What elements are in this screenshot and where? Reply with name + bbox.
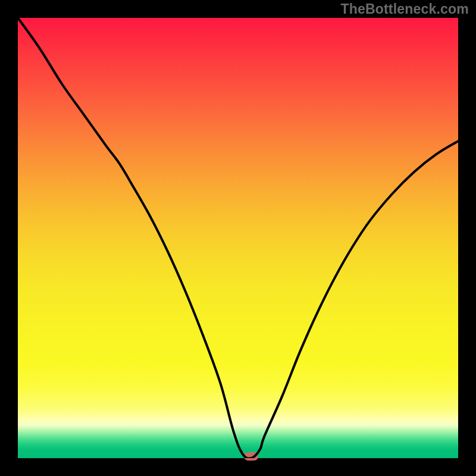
plot-area	[18, 18, 458, 458]
curve-layer	[18, 18, 458, 458]
chart-stage: TheBottleneck.com	[0, 0, 476, 476]
bottleneck-curve	[18, 18, 458, 458]
watermark-text: TheBottleneck.com	[340, 1, 469, 17]
